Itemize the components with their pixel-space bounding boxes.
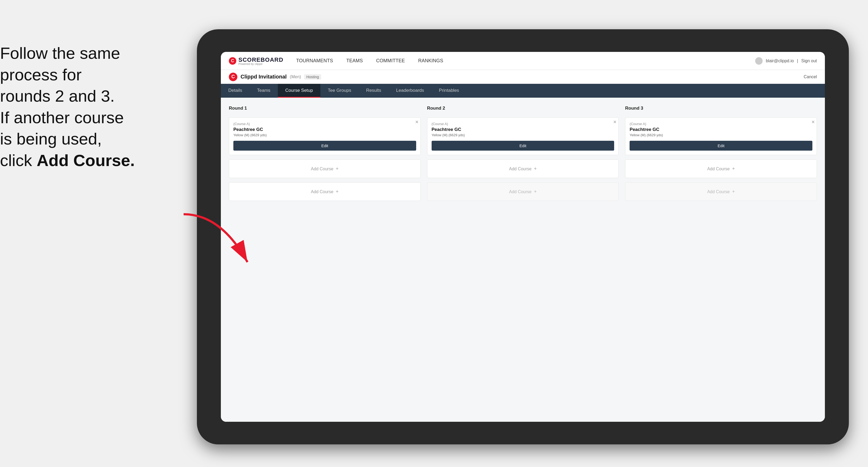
round-1-delete-button[interactable]: ✕ [415, 120, 418, 125]
round-2-edit-button[interactable]: Edit [432, 141, 614, 151]
nav-links: TOURNAMENTS TEAMS COMMITTEE RANKINGS [296, 58, 443, 64]
round-3-column: Round 3 ✕ (Course A) Peachtree GC Yellow… [625, 106, 817, 201]
round-3-delete-button[interactable]: ✕ [811, 120, 815, 125]
tab-teams[interactable]: Teams [250, 84, 278, 98]
round-2-column: Round 2 ✕ (Course A) Peachtree GC Yellow… [427, 106, 619, 201]
top-nav: C SCOREBOARD Powered by clippd TOURNAMEN… [221, 52, 825, 70]
round-2-add-course-2-text: Add Course + [509, 189, 537, 194]
round-2-delete-button[interactable]: ✕ [613, 120, 617, 125]
round-1-course-card-wrapper: ✕ (Course A) Peachtree GC Yellow (M) (66… [229, 117, 421, 155]
round-3-course-name: Peachtree GC [629, 127, 812, 132]
round-3-course-card: ✕ (Course A) Peachtree GC Yellow (M) (66… [625, 117, 817, 155]
sub-header-logo: C [229, 73, 237, 81]
round-3-edit-button[interactable]: Edit [629, 141, 812, 151]
round-1-column: Round 1 ✕ (Course A) Peachtree GC Yellow… [229, 106, 421, 201]
round-2-add-course-1-text: Add Course + [509, 166, 537, 172]
round-2-course-name: Peachtree GC [432, 127, 614, 132]
round-1-add-course-2-text: Add Course + [311, 189, 338, 194]
round-1-add-course-1[interactable]: Add Course + [229, 159, 421, 178]
tab-tee-groups[interactable]: Tee Groups [320, 84, 359, 98]
tournament-name: Clippd Invitational [241, 74, 287, 80]
logo-icon: C [229, 57, 236, 65]
round-2-course-label: (Course A) [432, 122, 614, 126]
tab-results[interactable]: Results [359, 84, 389, 98]
cancel-button[interactable]: Cancel [804, 74, 817, 79]
round-3-course-label: (Course A) [629, 122, 812, 126]
tab-printables[interactable]: Printables [432, 84, 467, 98]
nav-rankings[interactable]: RANKINGS [418, 58, 443, 64]
tournament-gen: (Men) [290, 74, 301, 79]
round-3-course-tee: Yellow (M) (6629 yds) [629, 133, 812, 137]
content-area: Round 1 ✕ (Course A) Peachtree GC Yellow… [221, 98, 825, 422]
round-2-add-course-1[interactable]: Add Course + [427, 159, 619, 178]
round-3-course-card-wrapper: ✕ (Course A) Peachtree GC Yellow (M) (66… [625, 117, 817, 155]
logo-wordmark: SCOREBOARD [239, 56, 283, 63]
round-1-course-name: Peachtree GC [234, 127, 416, 132]
tab-leaderboards[interactable]: Leaderboards [389, 84, 432, 98]
sub-header-left: C Clippd Invitational (Men) Hosting [229, 73, 321, 81]
sub-header: C Clippd Invitational (Men) Hosting Canc… [221, 70, 825, 84]
round-2-add-course-2: Add Course + [427, 182, 619, 201]
tab-bar: Details Teams Course Setup Tee Groups Re… [221, 84, 825, 98]
logo-text-block: SCOREBOARD Powered by clippd [239, 56, 283, 65]
nav-separator: | [797, 59, 798, 63]
tab-course-setup[interactable]: Course Setup [278, 84, 320, 98]
user-email: blair@clippd.io [766, 59, 794, 63]
round-3-add-course-1[interactable]: Add Course + [625, 159, 817, 178]
nav-committee[interactable]: COMMITTEE [376, 58, 405, 64]
sign-out-link[interactable]: Sign out [801, 59, 817, 63]
instruction-line6: click [0, 151, 37, 169]
tablet-frame: C SCOREBOARD Powered by clippd TOURNAMEN… [197, 29, 849, 444]
round-2-course-tee: Yellow (M) (6629 yds) [432, 133, 614, 137]
rounds-grid: Round 1 ✕ (Course A) Peachtree GC Yellow… [229, 106, 817, 201]
instruction-line1: Follow the same [0, 44, 120, 62]
round-1-add-course-1-text: Add Course + [311, 166, 338, 172]
round-3-add-course-2: Add Course + [625, 182, 817, 201]
tab-details[interactable]: Details [221, 84, 250, 98]
round-1-course-label: (Course A) [234, 122, 416, 126]
round-2-title: Round 2 [427, 106, 619, 111]
instruction-block: Follow the same process for rounds 2 and… [0, 42, 186, 172]
round-1-title: Round 1 [229, 106, 421, 111]
round-2-course-card: ✕ (Course A) Peachtree GC Yellow (M) (66… [427, 117, 619, 155]
round-3-add-course-2-text: Add Course + [707, 189, 735, 194]
hosting-badge: Hosting [304, 74, 321, 80]
instruction-bold: Add Course. [37, 151, 135, 169]
round-3-title: Round 3 [625, 106, 817, 111]
nav-right: blair@clippd.io | Sign out [755, 57, 817, 65]
round-1-add-course-2[interactable]: Add Course + [229, 182, 421, 201]
tablet-screen: C SCOREBOARD Powered by clippd TOURNAMEN… [221, 52, 825, 422]
nav-tournaments[interactable]: TOURNAMENTS [296, 58, 333, 64]
instruction-line3: rounds 2 and 3. [0, 87, 115, 105]
round-1-course-card: ✕ (Course A) Peachtree GC Yellow (M) (66… [229, 117, 421, 155]
round-2-course-card-wrapper: ✕ (Course A) Peachtree GC Yellow (M) (66… [427, 117, 619, 155]
round-1-course-tee: Yellow (M) (6629 yds) [234, 133, 416, 137]
instruction-line2: process for [0, 65, 82, 84]
round-3-add-course-1-text: Add Course + [707, 166, 735, 172]
round-1-edit-button[interactable]: Edit [234, 141, 416, 151]
nav-teams[interactable]: TEAMS [346, 58, 363, 64]
logo-area: C SCOREBOARD Powered by clippd TOURNAMEN… [229, 56, 443, 65]
avatar [755, 57, 763, 65]
instruction-line5: is being used, [0, 130, 102, 148]
instruction-line4: If another course [0, 108, 124, 127]
